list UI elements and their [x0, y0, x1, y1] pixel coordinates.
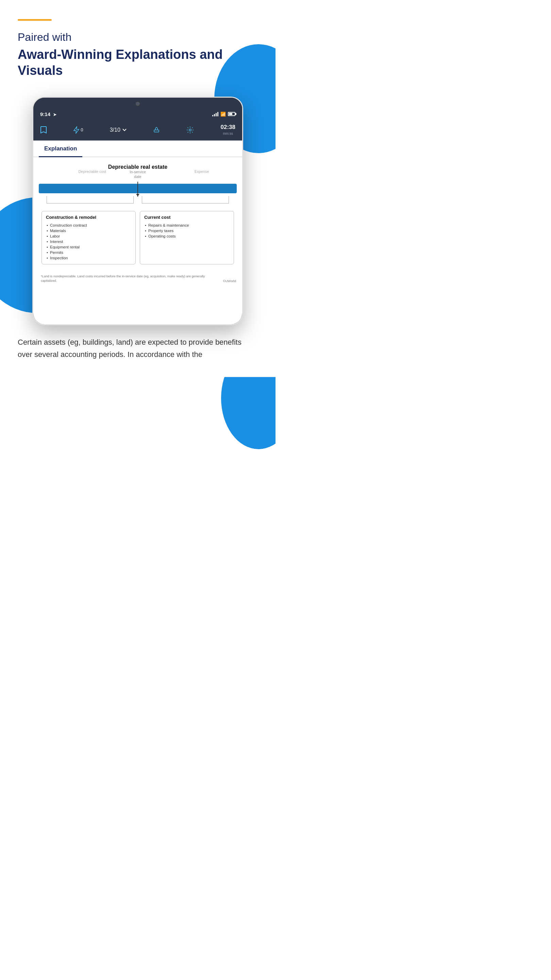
- list-item: Inspection: [46, 255, 131, 261]
- construction-box-list: Construction contract Materials Labor In…: [46, 223, 131, 261]
- list-item: Materials: [46, 228, 131, 234]
- timer-display: 02:38 mm:ss: [221, 124, 235, 136]
- bookmark-icon: [40, 126, 47, 134]
- list-item: Construction contract: [46, 223, 131, 228]
- lightning-button[interactable]: 0: [73, 126, 83, 134]
- right-bracket: [142, 196, 229, 204]
- bottom-text-section: Certain assets (eg, buildings, land) are…: [0, 325, 275, 377]
- timer-label: mm:ss: [223, 132, 233, 135]
- current-cost-box: Current cost Repairs & maintenance Prope…: [140, 211, 234, 264]
- depreciable-cost-label: Depreciable cost: [78, 169, 106, 173]
- app-toolbar: 0 3/10 02:38: [33, 120, 242, 140]
- svg-rect-0: [154, 130, 159, 132]
- left-bracket: [47, 196, 134, 204]
- timer-value: 02:38: [221, 124, 235, 130]
- lightning-count: 0: [81, 127, 83, 132]
- list-item: Operating costs: [144, 234, 230, 239]
- status-bar: 9:14 ➤ 📶: [33, 110, 242, 120]
- header-section: Paired with Award-Winning Explanations a…: [0, 0, 275, 90]
- construction-box: Construction & remodel Construction cont…: [41, 211, 136, 264]
- phone-notch: [33, 98, 242, 110]
- highlight-icon: [153, 127, 160, 134]
- expense-label: Expense: [195, 169, 209, 173]
- phone-camera: [136, 102, 140, 106]
- highlight-button[interactable]: [153, 127, 160, 134]
- list-item: Permits: [46, 250, 131, 255]
- lightning-icon: [73, 126, 79, 134]
- phone-content: Explanation Depreciable real estate Depr…: [33, 140, 242, 324]
- chevron-down-icon: [122, 129, 127, 131]
- current-cost-box-list: Repairs & maintenance Property taxes Ope…: [144, 223, 230, 239]
- in-service-label: In-service date: [130, 169, 146, 179]
- chart-footer: *Land is nondepreciable. Land costs incu…: [39, 269, 237, 283]
- chart-copyright: ©UWorld: [223, 279, 237, 283]
- current-cost-box-title: Current cost: [144, 215, 230, 220]
- wifi-icon: 📶: [221, 111, 226, 117]
- status-icons: 📶: [212, 111, 235, 117]
- svg-point-1: [189, 129, 191, 131]
- list-item: Labor: [46, 234, 131, 239]
- navigation-icon: ➤: [53, 112, 56, 117]
- construction-box-title: Construction & remodel: [46, 215, 131, 220]
- chart-timeline-bar: Depreciable cost Expense In-service date: [39, 184, 237, 195]
- connector-area: [39, 196, 237, 205]
- status-time: 9:14 ➤: [40, 111, 56, 117]
- list-item: Interest: [46, 239, 131, 244]
- question-counter-text: 3/10: [110, 127, 121, 133]
- chart-footnote-text: *Land is nondepreciable. Land costs incu…: [40, 274, 221, 283]
- orange-accent-line: [18, 19, 52, 21]
- question-counter-button[interactable]: 3/10: [110, 127, 127, 133]
- list-item: Repairs & maintenance: [144, 223, 230, 228]
- phone-mockup: 9:14 ➤ 📶: [32, 97, 243, 325]
- bookmark-button[interactable]: [40, 126, 47, 134]
- list-item: Equipment rental: [46, 244, 131, 250]
- phone-wrapper: 9:14 ➤ 📶: [22, 97, 253, 325]
- settings-button[interactable]: [186, 126, 194, 134]
- bottom-paragraph: Certain assets (eg, buildings, land) are…: [18, 336, 258, 361]
- header-title: Award-Winning Explanations and Visuals: [18, 47, 258, 79]
- header-subtitle: Paired with: [18, 30, 258, 45]
- chart-container: Depreciable real estate Depreciable cost…: [33, 157, 242, 288]
- tab-bar: Explanation: [33, 140, 242, 157]
- battery-icon: [228, 112, 235, 116]
- info-boxes-row: Construction & remodel Construction cont…: [39, 211, 237, 264]
- list-item: Property taxes: [144, 228, 230, 234]
- gear-icon: [186, 126, 194, 134]
- signal-bars-icon: [212, 111, 218, 116]
- tab-explanation[interactable]: Explanation: [39, 140, 82, 157]
